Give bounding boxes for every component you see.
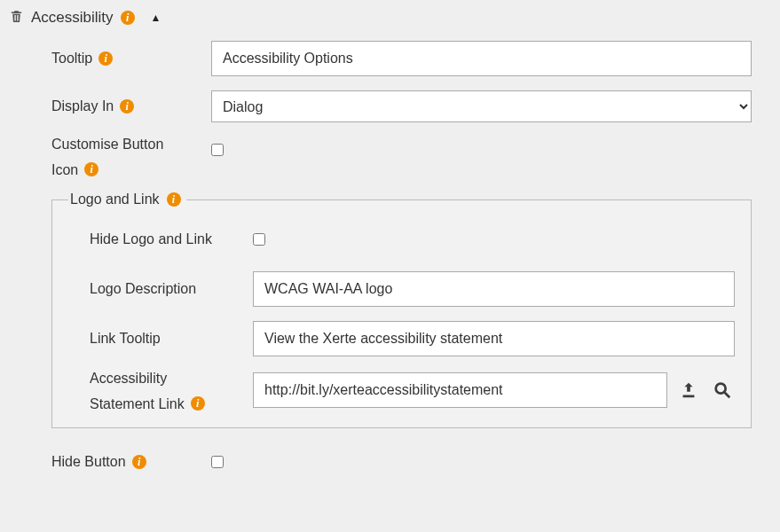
row-customise-icon: Customise Button Icon i [51,135,752,183]
label-hide-logo: Hide Logo and Link [90,231,253,247]
label-display-in: Display In i [51,98,211,114]
section-body: Tooltip i Display In i Dialog Customise … [7,39,773,481]
accessibility-section: Accessibility i ▲ Tooltip i Display In i… [0,0,780,497]
tooltip-input[interactable] [211,41,752,76]
info-icon[interactable]: i [120,99,134,113]
label-logo-description-text: Logo Description [90,281,196,297]
section-header: Accessibility i ▲ [7,5,773,39]
label-hide-button-text: Hide Button [51,454,126,470]
hide-logo-checkbox[interactable] [253,233,265,246]
label-customise-icon-l2: Icon [51,160,78,180]
row-accessibility-link: Accessibility Statement Link i [90,369,735,417]
accessibility-link-input[interactable] [253,372,667,408]
label-display-in-text: Display In [51,98,114,114]
search-icon[interactable] [710,378,735,403]
row-logo-description: Logo Description [90,270,735,309]
label-link-tooltip: Link Tooltip [90,331,253,347]
logo-description-input[interactable] [253,271,735,307]
logo-group-legend-text: Logo and Link [70,192,160,207]
customise-icon-checkbox[interactable] [211,144,224,156]
label-accessibility-link-l1: Accessibility [90,369,167,388]
label-link-tooltip-text: Link Tooltip [90,331,161,347]
row-hide-button: Hide Button i [51,442,752,481]
upload-icon[interactable] [676,378,701,403]
label-customise-icon: Customise Button Icon i [51,135,211,179]
link-tooltip-input[interactable] [253,321,735,356]
info-icon[interactable]: i [121,11,135,25]
svg-point-0 [716,384,726,394]
label-accessibility-link-l2: Statement Link [90,395,185,414]
logo-and-link-group: Logo and Link i Hide Logo and Link Log [51,192,752,428]
section-title: Accessibility [31,9,114,27]
svg-line-1 [725,393,730,398]
display-in-select[interactable]: Dialog [211,90,752,122]
label-logo-description: Logo Description [90,281,253,297]
trash-icon[interactable] [9,9,24,27]
row-hide-logo: Hide Logo and Link [90,220,735,259]
collapse-toggle[interactable]: ▲ [151,12,162,24]
label-customise-icon-l1: Customise Button [51,135,163,154]
logo-group-legend: Logo and Link i [68,192,186,207]
label-tooltip: Tooltip i [51,51,211,66]
row-link-tooltip: Link Tooltip [90,319,735,358]
label-tooltip-text: Tooltip [51,51,92,66]
info-icon[interactable]: i [84,162,98,176]
label-hide-button: Hide Button i [51,454,211,470]
label-hide-logo-text: Hide Logo and Link [90,231,212,247]
label-accessibility-link: Accessibility Statement Link i [90,369,253,413]
hide-button-checkbox[interactable] [211,456,224,468]
info-icon[interactable]: i [167,192,181,207]
info-icon[interactable]: i [98,51,113,66]
row-tooltip: Tooltip i [51,39,752,78]
row-display-in: Display In i Dialog [51,87,752,126]
info-icon[interactable]: i [191,396,205,411]
info-icon[interactable]: i [132,455,146,469]
